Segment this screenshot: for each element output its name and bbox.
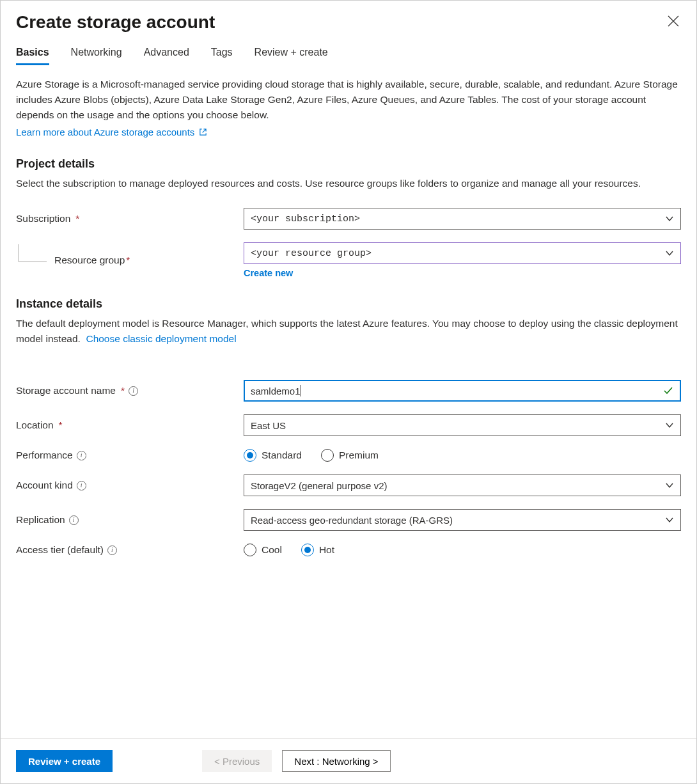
access-tier-cool-radio[interactable]: Cool [244,544,282,556]
subscription-value: <your subscription> [251,214,360,224]
project-details-heading: Project details [16,157,681,171]
radio-icon [301,544,314,556]
info-icon[interactable]: i [69,515,79,525]
chevron-down-icon [665,214,674,223]
access-tier-label: Access tier (default) [16,544,104,556]
resource-group-label: Resource group [54,255,125,266]
instance-details-desc: The default deployment model is Resource… [16,316,681,347]
tab-advanced[interactable]: Advanced [144,47,189,65]
previous-button: < Previous [202,750,272,772]
performance-premium-label: Premium [339,450,379,461]
location-value: East US [251,420,286,431]
text-cursor [301,385,301,396]
performance-standard-radio[interactable]: Standard [244,449,302,462]
replication-select[interactable]: Read-access geo-redundant storage (RA-GR… [244,509,681,531]
tab-networking[interactable]: Networking [71,47,122,65]
access-tier-hot-radio[interactable]: Hot [301,544,334,556]
review-create-button[interactable]: Review + create [16,750,113,772]
radio-icon [321,449,334,462]
chevron-down-icon [665,481,674,490]
tree-connector [19,244,47,262]
resource-group-select[interactable]: <your resource group> [244,242,681,264]
storage-account-name-value: samldemo1 [251,386,301,396]
chevron-down-icon [665,421,674,430]
performance-label: Performance [16,450,73,461]
subscription-label: Subscription [16,213,70,224]
access-tier-radio-group: Cool Hot [244,544,681,556]
storage-account-name-label: Storage account name [16,385,116,396]
required-indicator: * [75,213,79,224]
account-kind-select[interactable]: StorageV2 (general purpose v2) [244,474,681,496]
page-title: Create storage account [16,12,215,33]
account-kind-label: Account kind [16,480,73,491]
close-icon [668,15,679,27]
project-details-desc: Select the subscription to manage deploy… [16,176,681,191]
checkmark-icon [663,386,673,396]
tab-tags[interactable]: Tags [211,47,233,65]
location-label: Location [16,419,54,431]
tab-basics[interactable]: Basics [16,47,49,65]
required-indicator: * [126,255,130,266]
learn-more-link[interactable]: Learn more about Azure storage accounts [16,127,194,137]
chevron-down-icon [665,515,674,524]
replication-label: Replication [16,514,65,526]
classic-deployment-link[interactable]: Choose classic deployment model [86,333,236,344]
access-tier-cool-label: Cool [262,544,282,556]
instance-details-heading: Instance details [16,297,681,311]
account-kind-value: StorageV2 (general purpose v2) [251,480,387,491]
subscription-select[interactable]: <your subscription> [244,208,681,230]
external-link-icon [199,127,207,138]
tab-review[interactable]: Review + create [255,47,328,65]
info-icon[interactable]: i [77,481,86,490]
info-icon[interactable]: i [129,386,138,396]
close-button[interactable] [666,13,681,29]
info-icon[interactable]: i [77,451,86,460]
resource-group-value: <your resource group> [251,248,372,259]
access-tier-hot-label: Hot [319,544,334,556]
radio-icon [244,544,256,556]
next-button[interactable]: Next : Networking > [282,750,390,772]
performance-radio-group: Standard Premium [244,449,681,462]
footer-bar: Review + create < Previous Next : Networ… [1,738,696,783]
performance-premium-radio[interactable]: Premium [321,449,379,462]
required-indicator: * [59,419,63,431]
create-new-link[interactable]: Create new [244,268,681,278]
intro-text: Azure Storage is a Microsoft-managed ser… [16,77,681,123]
tab-bar: Basics Networking Advanced Tags Review +… [16,47,681,65]
chevron-down-icon [665,249,674,258]
info-icon[interactable]: i [107,545,117,555]
storage-account-name-input[interactable]: samldemo1 [244,380,681,402]
required-indicator: * [121,385,125,396]
radio-icon [244,449,256,462]
performance-standard-label: Standard [262,450,302,461]
location-select[interactable]: East US [244,414,681,436]
replication-value: Read-access geo-redundant storage (RA-GR… [251,515,453,526]
